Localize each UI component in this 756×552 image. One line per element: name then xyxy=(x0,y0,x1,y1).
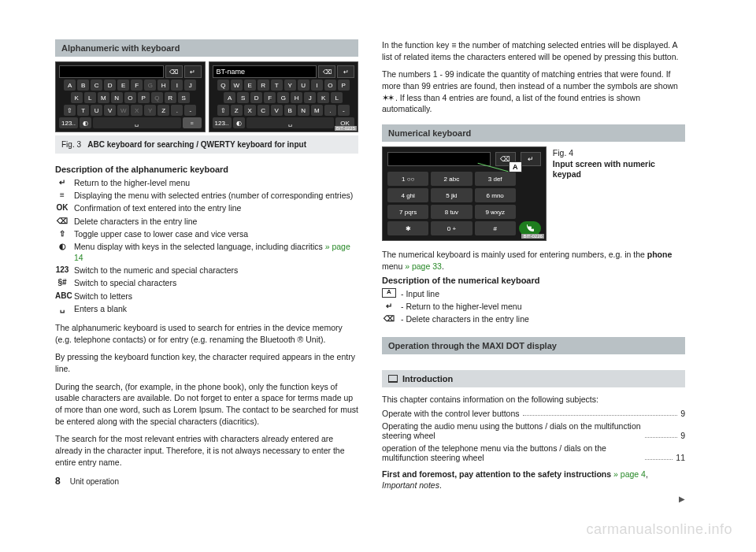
key[interactable]: W xyxy=(231,80,243,91)
key[interactable]: K xyxy=(317,92,329,103)
key[interactable]: Y xyxy=(144,105,156,116)
mode-123-key[interactable]: 123.. xyxy=(59,117,78,128)
shift-key[interactable]: ⇧ xyxy=(64,105,76,116)
qwerty-keyboard-display[interactable]: BT-name xyxy=(213,65,317,78)
return-icon[interactable]: ↵ xyxy=(184,65,202,78)
key[interactable]: S xyxy=(237,92,249,103)
key[interactable]: F xyxy=(264,92,276,103)
introduction-header: Introduction xyxy=(382,370,685,387)
legend-text: Enters a blank xyxy=(74,303,127,314)
list-icon[interactable]: ≡ xyxy=(183,117,202,128)
key[interactable]: G xyxy=(277,92,289,103)
numkey-7[interactable]: 7 pqrs xyxy=(387,205,428,219)
key[interactable]: A xyxy=(64,80,76,91)
key[interactable]: N xyxy=(298,105,309,116)
key[interactable]: M xyxy=(98,92,109,103)
key[interactable]: L xyxy=(84,92,96,103)
footer-section-name: Unit operation xyxy=(70,477,119,486)
backspace-icon[interactable]: ⌫ xyxy=(165,65,183,78)
key[interactable]: . xyxy=(324,105,336,116)
numkey-9[interactable]: 9 wxyz xyxy=(475,205,516,219)
globe-icon[interactable]: ◐ xyxy=(80,117,91,128)
key[interactable]: A xyxy=(224,92,235,103)
key[interactable]: I xyxy=(171,80,183,91)
numkey-8[interactable]: 8 tuv xyxy=(431,205,472,219)
key[interactable]: L xyxy=(331,92,343,103)
key[interactable]: X xyxy=(244,105,256,116)
numpad-input-line[interactable] xyxy=(387,152,491,166)
key[interactable]: P xyxy=(338,80,350,91)
key[interactable]: U xyxy=(298,80,309,91)
key[interactable]: W xyxy=(117,105,129,116)
key[interactable]: - xyxy=(184,105,196,116)
key[interactable]: . xyxy=(171,105,183,116)
key[interactable]: N xyxy=(111,92,123,103)
key[interactable]: V xyxy=(104,105,116,116)
backspace-icon[interactable]: ⌫ xyxy=(318,65,335,78)
toc-row: operation of the telephone menu via the … xyxy=(382,443,685,462)
key[interactable]: Q xyxy=(151,92,163,103)
key[interactable]: P xyxy=(138,92,150,103)
shift-key[interactable]: ⇧ xyxy=(217,105,229,116)
abc-icon: ABC xyxy=(55,291,69,302)
numkey-star[interactable]: ✱ xyxy=(387,221,428,235)
key[interactable]: R xyxy=(258,80,269,91)
key[interactable]: B xyxy=(284,105,296,116)
key[interactable]: S xyxy=(178,92,190,103)
toc-row: Operate with the control lever buttons 9 xyxy=(382,409,685,418)
key[interactable]: D xyxy=(104,80,116,91)
key[interactable]: U xyxy=(91,105,102,116)
page-link[interactable]: » page 33 xyxy=(405,261,442,271)
key[interactable]: J xyxy=(304,92,316,103)
key[interactable]: Q xyxy=(217,80,229,91)
legend-text: Switch to the numeric and special charac… xyxy=(74,265,238,276)
numkey-2[interactable]: 2 abc xyxy=(431,172,472,186)
abc-keyboard-display[interactable] xyxy=(59,65,164,78)
key[interactable]: H xyxy=(158,80,169,91)
mode-123-icon: 123 xyxy=(55,265,69,276)
key[interactable]: - xyxy=(338,105,350,116)
paragraph: This chapter contains information on the… xyxy=(382,394,685,406)
key[interactable]: K xyxy=(71,92,83,103)
space-icon: ␣ xyxy=(55,303,69,314)
key[interactable]: T xyxy=(77,105,89,116)
key[interactable]: I xyxy=(311,80,323,91)
key[interactable]: E xyxy=(117,80,129,91)
numkey-1[interactable]: 1 ○○ xyxy=(387,172,428,186)
key[interactable]: E xyxy=(244,80,256,91)
key[interactable]: H xyxy=(291,92,302,103)
key[interactable]: D xyxy=(250,92,262,103)
page-link[interactable]: » page 4 xyxy=(613,469,646,479)
return-icon[interactable]: ↵ xyxy=(337,65,354,78)
key[interactable]: F xyxy=(131,80,143,91)
numkey-5[interactable]: 5 jkl xyxy=(431,188,472,202)
key[interactable]: G xyxy=(144,80,156,91)
key[interactable]: X xyxy=(131,105,143,116)
key[interactable]: J xyxy=(184,80,196,91)
numkey-hash[interactable]: # xyxy=(475,221,516,235)
callout-a-icon: A xyxy=(382,288,396,298)
key[interactable]: V xyxy=(271,105,283,116)
key[interactable]: C xyxy=(91,80,102,91)
numkey-0[interactable]: 0 + xyxy=(431,221,472,235)
key[interactable]: M xyxy=(311,105,323,116)
key[interactable]: Y xyxy=(284,80,296,91)
shift-icon: ⇧ xyxy=(55,228,69,239)
figure-4: ⌫ ↵ 1 ○○ 2 abc 3 def 4 ghi 5 jkl 6 mno xyxy=(382,146,685,241)
key[interactable]: Z xyxy=(158,105,169,116)
key[interactable]: T xyxy=(271,80,283,91)
space-key[interactable]: ␣ xyxy=(246,117,335,128)
key[interactable]: B xyxy=(77,80,89,91)
return-icon[interactable]: ↵ xyxy=(521,152,541,166)
globe-icon[interactable]: ◐ xyxy=(233,117,245,128)
key[interactable]: C xyxy=(258,105,269,116)
numkey-6[interactable]: 6 mno xyxy=(475,188,516,202)
mode-123-key[interactable]: 123.. xyxy=(213,117,232,128)
key[interactable]: R xyxy=(165,92,176,103)
key[interactable]: O xyxy=(324,80,336,91)
numkey-4[interactable]: 4 ghi xyxy=(387,188,428,202)
key[interactable]: Z xyxy=(231,105,243,116)
space-key[interactable]: ␣ xyxy=(93,117,181,128)
numkey-3[interactable]: 3 def xyxy=(475,172,516,186)
key[interactable]: O xyxy=(124,92,136,103)
